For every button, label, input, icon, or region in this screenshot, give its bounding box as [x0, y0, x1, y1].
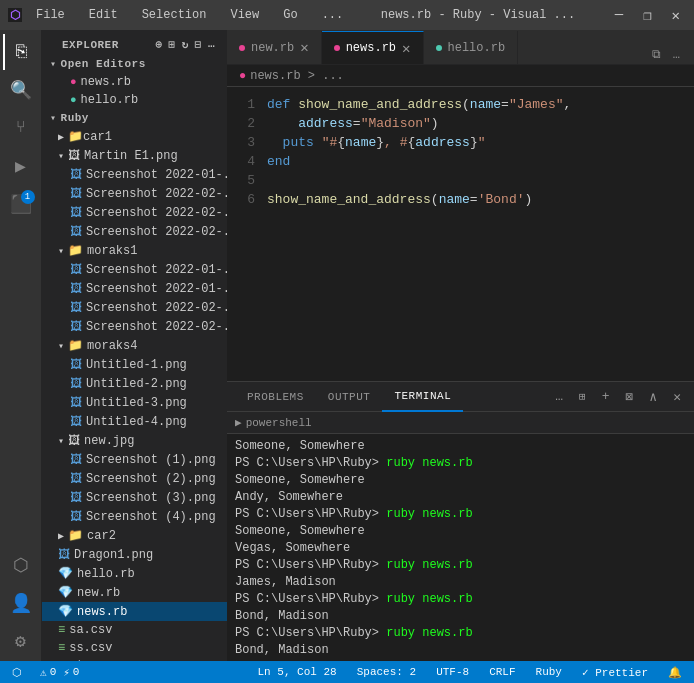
sidebar-item-moraks1-2[interactable]: 🖼 Screenshot 2022-01-... — [42, 279, 227, 298]
new-folder-icon[interactable]: ⊞ — [169, 38, 176, 51]
open-editors-arrow: ▾ — [50, 58, 57, 70]
menu-edit[interactable]: Edit — [85, 6, 122, 24]
extensions-activity[interactable]: ⬛ 1 — [3, 186, 39, 222]
maximize-button[interactable]: ❐ — [637, 5, 657, 26]
menu-file[interactable]: File — [32, 6, 69, 24]
panel-tabs: Problems Output Terminal … ⊞ + ⊠ ∧ ✕ — [227, 382, 694, 412]
explorer-activity[interactable]: ⎘ — [3, 34, 39, 70]
tab-problems[interactable]: Problems — [235, 382, 316, 412]
settings-activity[interactable]: ⚙ — [3, 623, 39, 659]
status-encoding[interactable]: UTF-8 — [432, 666, 473, 678]
menu-go[interactable]: Go — [279, 6, 301, 24]
sidebar-item-newjpg[interactable]: ▾ 🖼 new.jpg — [42, 431, 227, 450]
terminal-line-12: PS C:\Users\HP\Ruby> ruby news.rb — [235, 625, 686, 642]
sidebar-item-sc3[interactable]: 🖼 Screenshot (3).png — [42, 488, 227, 507]
menu-selection[interactable]: Selection — [138, 6, 211, 24]
sidebar-item-car2[interactable]: ▶ 📁 car2 — [42, 526, 227, 545]
tab-output[interactable]: Output — [316, 382, 383, 412]
newjpg-arrow: ▾ — [58, 435, 64, 447]
sidebar-item-moraks1-4[interactable]: 🖼 Screenshot 2022-02-... — [42, 317, 227, 336]
status-remote[interactable]: ⬡ — [8, 666, 26, 679]
sidebar-item-sacsv[interactable]: ≡ sa.csv — [42, 621, 227, 639]
activity-bar: ⎘ 🔍 ⑂ ▶ ⬛ 1 ⬡ 👤 ⚙ — [0, 30, 42, 661]
sidebar-item-moraks1-3[interactable]: 🖼 Screenshot 2022-02-... — [42, 298, 227, 317]
tab-dot-hellorb — [436, 45, 442, 51]
source-control-activity[interactable]: ⑂ — [3, 110, 39, 146]
sidebar-item-sc1[interactable]: 🖼 Screenshot (1).png — [42, 450, 227, 469]
code-line-3: puts "#{name}, #{address}" — [267, 133, 678, 152]
sidebar-item-ss4[interactable]: 🖼 Screenshot 2022-02-... — [42, 222, 227, 241]
status-bar: ⬡ ⚠ 0 ⚡ 0 Ln 5, Col 28 Spaces: 2 UTF-8 C… — [0, 661, 694, 683]
sidebar-item-dragon[interactable]: 🖼 Dragon1.png — [42, 545, 227, 564]
sidebar-item-sscsv[interactable]: ≡ ss.csv — [42, 639, 227, 657]
sidebar-item-sc2[interactable]: 🖼 Screenshot (2).png — [42, 469, 227, 488]
status-notification-icon[interactable]: 🔔 — [664, 666, 686, 679]
ruby-section[interactable]: ▾ Ruby — [42, 109, 227, 127]
panel-maximize-icon[interactable]: ∧ — [644, 387, 662, 407]
sidebar-item-ss3[interactable]: 🖼 Screenshot 2022-02-... — [42, 203, 227, 222]
sidebar-item-martin[interactable]: ▾ 🖼 Martin E1.png — [42, 146, 227, 165]
breadcrumb-path[interactable]: news.rb > ... — [250, 69, 344, 83]
status-prettier[interactable]: ✓ Prettier — [578, 666, 652, 679]
close-button[interactable]: ✕ — [666, 5, 686, 26]
sidebar-item-u1[interactable]: 🖼 Untitled-1.png — [42, 355, 227, 374]
terminal-line-3: Someone, Somewhere — [235, 472, 686, 489]
img-icon-m3: 🖼 — [70, 300, 82, 315]
sidebar-item-moraks1-1[interactable]: 🖼 Screenshot 2022-01-... — [42, 260, 227, 279]
refresh-icon[interactable]: ↻ — [182, 38, 189, 51]
sidebar-item-newrb[interactable]: 💎 new.rb — [42, 583, 227, 602]
tab-hellorb[interactable]: hello.rb — [424, 31, 519, 64]
split-editor-button[interactable]: ⧉ — [646, 46, 667, 64]
tab-label-newsrb: news.rb — [346, 41, 396, 55]
search-activity[interactable]: 🔍 — [3, 72, 39, 108]
sidebar-item-newsrb[interactable]: 💎 news.rb — [42, 602, 227, 621]
sidebar-more-icon[interactable]: … — [208, 38, 215, 51]
open-editor-news[interactable]: ● news.rb — [42, 73, 227, 91]
sidebar-item-u4[interactable]: 🖼 Untitled-4.png — [42, 412, 227, 431]
panel-close-icon[interactable]: ✕ — [668, 387, 686, 407]
tab-newrb[interactable]: new.rb ✕ — [227, 31, 322, 64]
sidebar-item-ss2[interactable]: 🖼 Screenshot 2022-02-... — [42, 184, 227, 203]
code-content[interactable]: def show_name_and_address(name="James", … — [267, 95, 694, 373]
sidebar-item-moraks1[interactable]: ▾ 📁 moraks1 — [42, 241, 227, 260]
menu-view[interactable]: View — [226, 6, 263, 24]
sidebar-title: Explorer ⊕ ⊞ ↻ ⊟ … — [42, 30, 227, 55]
sidebar-item-sc4[interactable]: 🖼 Screenshot (4).png — [42, 507, 227, 526]
status-position[interactable]: Ln 5, Col 28 — [253, 666, 340, 678]
status-spaces[interactable]: Spaces: 2 — [353, 666, 420, 678]
status-errors[interactable]: ⚠ 0 ⚡ 0 — [36, 666, 83, 679]
folder-icon-moraks1: 📁 — [68, 243, 83, 258]
accounts-activity[interactable]: 👤 — [3, 585, 39, 621]
open-editors-section[interactable]: ▾ Open Editors — [42, 55, 227, 73]
tab-terminal[interactable]: Terminal — [382, 382, 463, 412]
tab-close-newsrb[interactable]: ✕ — [402, 40, 410, 57]
panel-more-icon[interactable]: … — [550, 387, 568, 406]
sidebar-item-ss1[interactable]: 🖼 Screenshot 2022-01-... — [42, 165, 227, 184]
img-icon4: 🖼 — [70, 224, 82, 239]
sidebar-item-u2[interactable]: 🖼 Untitled-2.png — [42, 374, 227, 393]
sidebar-item-hellorb[interactable]: 💎 hello.rb — [42, 564, 227, 583]
more-actions-button[interactable]: … — [667, 46, 686, 64]
terminal-content[interactable]: Someone, Somewhere PS C:\Users\HP\Ruby> … — [227, 434, 694, 661]
ruby-icon-hello: ● — [70, 94, 77, 106]
remote-activity[interactable]: ⬡ — [3, 547, 39, 583]
sidebar-item-u3[interactable]: 🖼 Untitled-3.png — [42, 393, 227, 412]
tab-newsrb[interactable]: news.rb ✕ — [322, 31, 424, 64]
new-file-icon[interactable]: ⊕ — [155, 38, 162, 51]
minimize-button[interactable]: ─ — [609, 5, 629, 26]
sidebar-item-car1[interactable]: ▶ 📁 car1 — [42, 127, 227, 146]
code-line-2: address="Madison") — [267, 114, 678, 133]
menu-more[interactable]: ... — [318, 6, 348, 24]
terminal-shell-icon[interactable]: ⊞ — [574, 388, 591, 405]
kill-terminal-icon[interactable]: ⊠ — [621, 387, 639, 407]
debug-activity[interactable]: ▶ — [3, 148, 39, 184]
sidebar-item-moraks4[interactable]: ▾ 📁 moraks4 — [42, 336, 227, 355]
collapse-all-icon[interactable]: ⊟ — [195, 38, 202, 51]
status-left: ⬡ ⚠ 0 ⚡ 0 — [8, 666, 83, 679]
add-terminal-icon[interactable]: + — [597, 387, 615, 406]
img-icon-sc1: 🖼 — [70, 452, 82, 467]
status-language[interactable]: Ruby — [532, 666, 566, 678]
status-eol[interactable]: CRLF — [485, 666, 519, 678]
open-editor-hello[interactable]: ● hello.rb — [42, 91, 227, 109]
tab-close-newrb[interactable]: ✕ — [300, 39, 308, 56]
